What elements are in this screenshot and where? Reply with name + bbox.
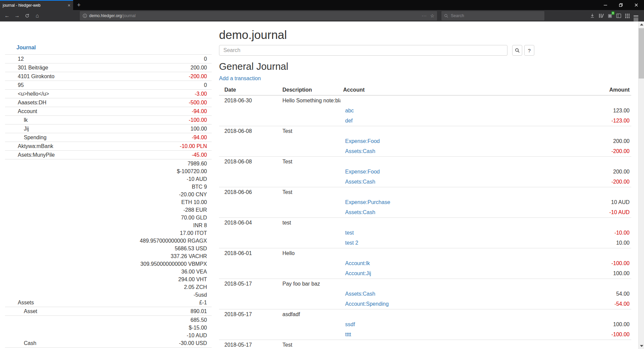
empty-cell: [219, 268, 280, 279]
balance-amount: -500.00: [189, 99, 207, 106]
sidebar-account-row: Account-94.00: [5, 107, 212, 115]
transaction-date: 2018-06-30: [219, 95, 280, 106]
menu-hamburger-icon[interactable]: [632, 11, 640, 20]
journal-search-input[interactable]: [219, 45, 507, 56]
site-info-icon[interactable]: [83, 13, 87, 18]
posting-account-link[interactable]: Assets:Cash: [345, 179, 375, 185]
journal-table: Date Description Account Amount 2018-06-…: [219, 85, 631, 349]
balance-amount: 2.05 ZCH: [140, 283, 207, 291]
page-actions-icon[interactable]: ···: [422, 13, 427, 18]
sidebar-account-link[interactable]: Aaasets:DH: [5, 99, 46, 106]
balance-amount: $-15.00: [179, 324, 207, 332]
sidebar-account-link[interactable]: Cash: [5, 339, 36, 347]
posting-account-link[interactable]: test: [345, 230, 354, 236]
home-icon[interactable]: ⌂: [32, 11, 42, 20]
sidebar-account-balance: 200.00: [191, 64, 212, 71]
balance-amount: 489.957000000000 RGAGX: [140, 237, 207, 245]
transaction-description: Test: [280, 157, 340, 167]
sidebar-account-balance: 0: [204, 55, 212, 63]
bookmark-star-icon[interactable]: ☆: [430, 13, 434, 18]
transaction-date: 2018-05-17: [219, 309, 280, 320]
empty-cell: [340, 340, 551, 349]
empty-cell: [551, 340, 631, 349]
balance-amount: 100.00: [191, 125, 207, 133]
new-tab-button[interactable]: +: [73, 0, 85, 10]
balance-amount: 337.26 VACHR: [140, 252, 207, 260]
posting-amount: -100.00: [551, 258, 631, 268]
posting-account-cell: Assets:Cash: [340, 207, 551, 218]
sidebar-account-link[interactable]: Spending: [5, 134, 47, 141]
balance-amount: -45.00: [192, 151, 207, 159]
scrollbar-thumb[interactable]: [639, 28, 644, 79]
journal-table-body: 2018-06-30Hello Something note:blahabc12…: [219, 95, 631, 349]
sidebar-journal-link[interactable]: Journal: [5, 44, 212, 54]
scrollbar-up-arrow-icon[interactable]: [640, 23, 643, 26]
back-icon[interactable]: ←: [2, 11, 12, 20]
sidebar-account-row: Asets:MunyPile-45.00: [5, 150, 212, 159]
empty-cell: [340, 95, 551, 106]
posting-account-link[interactable]: ssdf: [345, 321, 355, 327]
sidebar-account-link[interactable]: <u>hello</u>: [5, 90, 49, 98]
sidebar-account-link[interactable]: 301 Beiträge: [5, 64, 48, 71]
sidebar-account-balance: -3.00: [195, 90, 212, 98]
extension-icon[interactable]: 0: [605, 11, 614, 20]
window-minimize-button[interactable]: [598, 0, 613, 10]
posting-account-cell: Expense:Food: [340, 136, 551, 146]
sidebar-account-link[interactable]: 12: [5, 55, 24, 63]
posting-account-link[interactable]: Account:Jij: [345, 270, 371, 276]
forward-icon[interactable]: →: [12, 11, 22, 20]
posting-account-link[interactable]: def: [345, 118, 353, 123]
balance-amount: 309.950000000000 VBMPX: [140, 260, 207, 268]
browser-tab[interactable]: journal - hledger-web ×: [0, 0, 73, 10]
empty-cell: [280, 330, 340, 340]
sidebar-account-link[interactable]: Asets:MunyPile: [5, 151, 55, 159]
empty-cell: [219, 289, 280, 299]
sidebar-account-link[interactable]: Jij: [5, 125, 29, 133]
url-host: demo.hledger.org: [89, 13, 122, 18]
posting-account-link[interactable]: Assets:Cash: [345, 291, 375, 297]
posting-account-link[interactable]: Account:Spending: [345, 301, 389, 307]
sidebar-account-link[interactable]: Asset: [5, 307, 37, 315]
posting-account-link[interactable]: test 2: [345, 240, 358, 246]
sidebar-account-link[interactable]: Assets: [5, 299, 34, 306]
window-close-button[interactable]: [629, 0, 644, 10]
sidebar-account-link[interactable]: 95: [5, 81, 24, 89]
balance-amount: -10 AUD: [179, 332, 207, 339]
posting-account-link[interactable]: Expense:Food: [345, 169, 380, 174]
reload-icon[interactable]: [22, 11, 32, 20]
posting-account-link[interactable]: Expense:Purchase: [345, 199, 390, 205]
posting-account-link[interactable]: abc: [345, 108, 354, 113]
transaction-date: 2018-06-08: [219, 157, 280, 167]
posting-amount: 123.00: [551, 106, 631, 116]
posting-account-cell: Account:Spending: [340, 299, 551, 309]
posting-account-link[interactable]: tttt: [345, 332, 351, 337]
downloads-icon[interactable]: [588, 11, 597, 20]
search-help-button[interactable]: ?: [524, 45, 534, 56]
balance-amount: INR 8: [140, 221, 207, 229]
transaction-row: 2018-06-08Test: [219, 126, 631, 137]
apps-grid-icon[interactable]: [623, 11, 632, 20]
window-restore-button[interactable]: [613, 0, 629, 10]
sidebar-account-link[interactable]: lk: [5, 116, 28, 124]
vertical-scrollbar[interactable]: [638, 21, 644, 349]
address-bar[interactable]: demo.hledger.org/journal ··· ☆: [80, 11, 437, 20]
journal-search-button[interactable]: [512, 45, 522, 56]
browser-search-bar[interactable]: Search: [441, 11, 544, 20]
sidebar-account-link[interactable]: 4101 Girokonto: [5, 72, 54, 80]
sidebar-account-link[interactable]: Aktywa:mBank: [5, 142, 53, 150]
sidebar-account-balance: 7989.60$-100720.00-10 AUDBTC 9-20.00 CNY…: [140, 160, 212, 306]
posting-row: Expense:Purchase10 AUD: [219, 197, 631, 207]
add-transaction-link[interactable]: Add a transaction: [219, 76, 261, 82]
sidebar-account-link[interactable]: Account: [5, 107, 37, 115]
tab-close-icon[interactable]: ×: [68, 3, 70, 8]
sidebar-account-balance: -94.00: [192, 107, 212, 115]
empty-cell: [219, 330, 280, 340]
scrollbar-down-arrow-icon[interactable]: [640, 345, 643, 347]
posting-account-link[interactable]: Expense:Food: [345, 138, 380, 144]
library-icon[interactable]: [597, 11, 605, 20]
column-header-account: Account: [340, 85, 551, 95]
sidebar-toggle-icon[interactable]: [614, 11, 623, 20]
posting-account-link[interactable]: Assets:Cash: [345, 209, 375, 215]
posting-account-link[interactable]: Account:lk: [345, 260, 370, 266]
posting-account-link[interactable]: Assets:Cash: [345, 148, 375, 154]
